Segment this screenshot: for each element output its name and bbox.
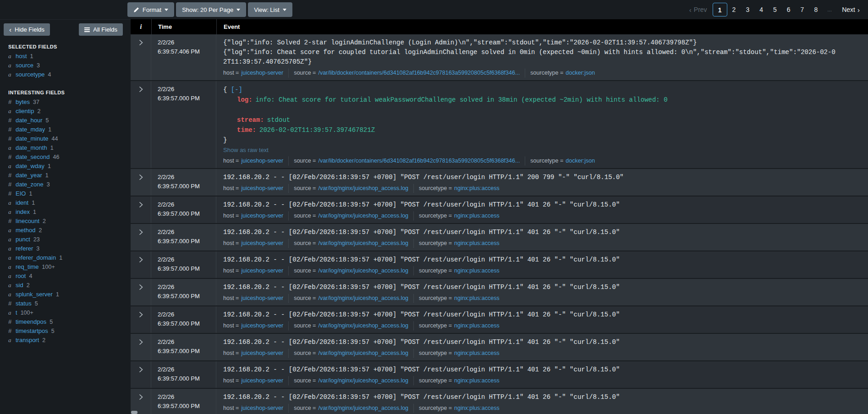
field-value-link[interactable]: nginx:plus:access bbox=[454, 239, 500, 248]
sidebar-field-host[interactable]: ahost1 bbox=[8, 52, 131, 61]
field-name-link[interactable]: req_time bbox=[16, 263, 39, 270]
field-value-link[interactable]: juiceshop-server bbox=[241, 349, 283, 358]
field-name-link[interactable]: splunk_server bbox=[16, 291, 53, 298]
sidebar-field-timestartpos[interactable]: #timestartpos5 bbox=[8, 327, 131, 336]
field-name-link[interactable]: date_mday bbox=[16, 126, 45, 133]
sidebar-field-req_time[interactable]: areq_time100+ bbox=[8, 262, 131, 272]
field-name-link[interactable]: status bbox=[16, 300, 32, 307]
page-size-button[interactable]: Show: 20 Per Page bbox=[176, 2, 246, 17]
field-value-link[interactable]: nginx:plus:access bbox=[454, 349, 500, 358]
field-name-link[interactable]: bytes bbox=[16, 98, 30, 105]
field-value-link[interactable]: nginx:plus:access bbox=[454, 404, 500, 413]
expand-event-button[interactable] bbox=[131, 334, 151, 360]
field-name-link[interactable]: method bbox=[16, 227, 35, 234]
field-name-link[interactable]: sid bbox=[16, 282, 23, 289]
field-name-link[interactable]: ident bbox=[16, 199, 28, 206]
sidebar-field-transport[interactable]: atransport2 bbox=[8, 336, 131, 345]
show-raw-text-link[interactable]: Show as raw text bbox=[223, 145, 861, 155]
sidebar-field-date_minute[interactable]: #date_minute44 bbox=[8, 134, 131, 143]
expand-event-button[interactable] bbox=[131, 279, 151, 305]
field-name-link[interactable]: clientip bbox=[16, 108, 34, 114]
field-name-link[interactable]: punct bbox=[16, 236, 30, 243]
field-name-link[interactable]: date_zone bbox=[16, 181, 44, 188]
field-name-link[interactable]: date_second bbox=[16, 153, 49, 160]
field-name-link[interactable]: timeendpos bbox=[16, 318, 46, 325]
page-button-4[interactable]: 4 bbox=[754, 3, 768, 16]
expand-event-button[interactable] bbox=[131, 81, 151, 168]
page-button-8[interactable]: 8 bbox=[809, 3, 823, 16]
field-value-link[interactable]: juiceshop-server bbox=[241, 294, 283, 303]
field-value-link[interactable]: nginx:plus:access bbox=[454, 294, 500, 303]
field-value-link[interactable]: /var/log/nginx/juiceshop_access.log bbox=[318, 404, 408, 413]
sidebar-field-status[interactable]: #status5 bbox=[8, 299, 131, 308]
sidebar-field-linecount[interactable]: #linecount2 bbox=[8, 217, 131, 226]
field-value-link[interactable]: nginx:plus:access bbox=[454, 212, 500, 220]
sidebar-field-referer_domain[interactable]: areferer_domain1 bbox=[8, 253, 131, 262]
field-value-link[interactable]: juiceshop-server bbox=[241, 184, 283, 193]
field-value-link[interactable]: juiceshop-server bbox=[241, 404, 283, 413]
field-name-link[interactable]: transport bbox=[16, 337, 39, 343]
field-value-link[interactable]: /var/lib/docker/containers/6d341082af16b… bbox=[318, 157, 520, 165]
field-value-link[interactable]: /var/log/nginx/juiceshop_access.log bbox=[318, 212, 408, 220]
sidebar-field-bytes[interactable]: #bytes37 bbox=[8, 98, 131, 107]
field-name-link[interactable]: referer_domain bbox=[16, 254, 56, 261]
sidebar-field-date_hour[interactable]: #date_hour5 bbox=[8, 116, 131, 125]
field-name-link[interactable]: sourcetype bbox=[16, 71, 45, 78]
field-value-link[interactable]: juiceshop-server bbox=[241, 376, 283, 385]
sidebar-field-sid[interactable]: asid2 bbox=[8, 281, 131, 290]
sidebar-field-clientip[interactable]: aclientip2 bbox=[8, 107, 131, 116]
sidebar-field-timeendpos[interactable]: #timeendpos5 bbox=[8, 317, 131, 327]
sidebar-field-sourcetype[interactable]: asourcetype4 bbox=[8, 70, 131, 79]
sidebar-field-source[interactable]: asource3 bbox=[8, 61, 131, 70]
sidebar-field-date_wday[interactable]: adate_wday1 bbox=[8, 162, 131, 171]
field-name-link[interactable]: date_year bbox=[16, 172, 42, 179]
sidebar-field-splunk_server[interactable]: asplunk_server1 bbox=[8, 290, 131, 299]
field-value-link[interactable]: juiceshop-server bbox=[241, 69, 283, 77]
sidebar-field-method[interactable]: amethod2 bbox=[8, 226, 131, 235]
field-value-link[interactable]: /var/log/nginx/juiceshop_access.log bbox=[318, 349, 408, 358]
field-value-link[interactable]: /var/log/nginx/juiceshop_access.log bbox=[318, 239, 408, 248]
field-name-link[interactable]: referer bbox=[16, 245, 33, 252]
page-button-5[interactable]: 5 bbox=[768, 3, 782, 16]
all-fields-button[interactable]: All Fields bbox=[79, 23, 123, 36]
sidebar-field-EIO[interactable]: #EIO1 bbox=[8, 189, 131, 198]
field-name-link[interactable]: host bbox=[16, 53, 27, 60]
field-value-link[interactable]: /var/log/nginx/juiceshop_access.log bbox=[318, 267, 408, 275]
field-value-link[interactable]: nginx:plus:access bbox=[454, 376, 500, 385]
page-button-3[interactable]: 3 bbox=[741, 3, 754, 16]
field-name-link[interactable]: EIO bbox=[16, 190, 26, 197]
collapse-json-button[interactable]: [-] bbox=[231, 86, 242, 93]
expand-event-button[interactable] bbox=[131, 34, 151, 80]
field-name-link[interactable]: root bbox=[16, 272, 26, 279]
page-button-1[interactable]: 1 bbox=[713, 3, 727, 16]
view-mode-button[interactable]: View: List bbox=[248, 2, 292, 17]
expand-event-button[interactable] bbox=[131, 361, 151, 388]
sidebar-field-date_year[interactable]: #date_year1 bbox=[8, 171, 131, 180]
field-value-link[interactable]: /var/log/nginx/juiceshop_access.log bbox=[318, 184, 408, 193]
field-value-link[interactable]: juiceshop-server bbox=[241, 157, 283, 165]
sidebar-field-date_month[interactable]: adate_month1 bbox=[8, 143, 131, 153]
expand-event-button[interactable] bbox=[131, 251, 151, 278]
prev-page-button[interactable]: ‹ Prev bbox=[687, 6, 710, 13]
field-name-link[interactable]: timestartpos bbox=[16, 327, 48, 334]
field-value-link[interactable]: /var/log/nginx/juiceshop_access.log bbox=[318, 376, 408, 385]
field-value-link[interactable]: juiceshop-server bbox=[241, 267, 283, 275]
field-value-link[interactable]: /var/log/nginx/juiceshop_access.log bbox=[318, 294, 408, 303]
sidebar-field-date_mday[interactable]: #date_mday1 bbox=[8, 125, 131, 134]
field-name-link[interactable]: index bbox=[16, 208, 30, 215]
field-name-link[interactable]: date_minute bbox=[16, 135, 49, 142]
field-value-link[interactable]: nginx:plus:access bbox=[454, 184, 500, 193]
field-value-link[interactable]: nginx:plus:access bbox=[454, 321, 500, 330]
field-value-link[interactable]: docker:json bbox=[566, 157, 595, 165]
field-name-link[interactable]: t bbox=[16, 309, 17, 316]
sidebar-field-index[interactable]: aindex1 bbox=[8, 207, 131, 217]
field-value-link[interactable]: nginx:plus:access bbox=[454, 267, 500, 275]
expand-event-button[interactable] bbox=[131, 169, 151, 196]
sidebar-field-punct[interactable]: apunct23 bbox=[8, 235, 131, 244]
field-value-link[interactable]: docker:json bbox=[566, 69, 595, 77]
expand-event-button[interactable] bbox=[131, 196, 151, 223]
field-name-link[interactable]: date_hour bbox=[16, 117, 43, 124]
page-button-7[interactable]: 7 bbox=[796, 3, 809, 16]
field-name-link[interactable]: linecount bbox=[16, 218, 39, 224]
sidebar-field-t[interactable]: at100+ bbox=[8, 308, 131, 317]
